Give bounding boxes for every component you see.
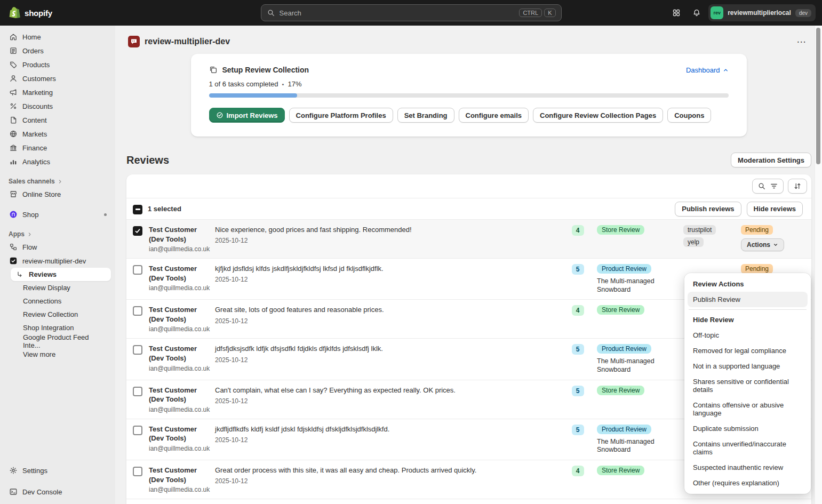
sidebar-subitem-reviews[interactable]: Reviews [11, 268, 111, 281]
menu-item-off-topic[interactable]: Off-topic [688, 327, 808, 343]
app-root: shopify Search CTRL K rev reviewmultipli… [0, 0, 822, 504]
sidebar-item-markets[interactable]: Markets [4, 127, 111, 141]
check-circle-icon [216, 111, 224, 119]
sidebar-main-nav: Home Orders Products Customers Marketing… [4, 30, 111, 169]
row-actions-button[interactable]: Actions [741, 238, 784, 251]
menu-item-removed-for-legal-compliance[interactable]: Removed for legal compliance [688, 343, 808, 358]
menu-item-contains-offensive-or-abusive-language[interactable]: Contains offensive or abusive language [688, 397, 808, 421]
finance-icon [9, 143, 18, 153]
setup-button-configure-platform-profiles[interactable]: Configure Platform Profiles [289, 108, 393, 123]
row-checkbox[interactable] [133, 345, 142, 355]
sort-icon [793, 182, 802, 190]
menu-item-contains-unverified-inaccurate-claims[interactable]: Contains unverified/inaccurate claims [688, 436, 808, 460]
sidebar-footer: Settings Dev Console [4, 463, 111, 499]
sidebar-subitem-shop-integration[interactable]: Shop Integration [19, 321, 111, 334]
sidebar-subitem-google-product-feed-inte[interactable]: Google Product Feed Inte... [19, 334, 111, 348]
review-search-field[interactable] [131, 179, 748, 193]
moderation-settings-button[interactable]: Moderation Settings [731, 153, 811, 167]
console-icon [9, 487, 18, 497]
row-checkbox[interactable] [133, 226, 142, 236]
review-date: 2025-10-12 [215, 317, 558, 325]
reviews-header: Reviews Moderation Settings [115, 137, 822, 174]
sidebar-item-dev-console[interactable]: Dev Console [4, 485, 111, 499]
menu-item-not-in-a-supported-language[interactable]: Not in a supported language [688, 358, 808, 374]
row-checkbox[interactable] [133, 426, 142, 435]
review-text: kjfjkd jdsfldsj klfds jskdlfjskldjfkldfs… [215, 264, 558, 274]
review-text: Can't complain, what else can I say? Eve… [215, 386, 558, 395]
setup-button-configure-emails[interactable]: Configure emails [459, 108, 529, 123]
sidebar-item-online-store[interactable]: Online Store [4, 187, 111, 201]
publish-reviews-button[interactable]: Publish reviews [675, 202, 741, 217]
sidebar-item-orders[interactable]: Orders [4, 44, 111, 58]
notification-dot [104, 213, 107, 216]
setup-button-coupons[interactable]: Coupons [667, 108, 711, 123]
apps-section[interactable]: Apps [4, 228, 111, 240]
sidebar-item-settings[interactable]: Settings [4, 463, 111, 477]
sidebar-item-analytics[interactable]: Analytics [4, 155, 111, 169]
apps-label: Apps [9, 230, 25, 238]
select-all-checkbox[interactable] [133, 205, 142, 214]
menu-item-duplicate-submission[interactable]: Duplicate submission [688, 421, 808, 436]
row-checkbox[interactable] [133, 265, 142, 275]
setup-button-set-branding[interactable]: Set Branding [397, 108, 454, 123]
sales-channels-section[interactable]: Sales channels [4, 175, 111, 187]
sidebar-subitem-review-display[interactable]: Review Display [19, 281, 111, 294]
sidebar-subitem-view-more[interactable]: View more [19, 348, 111, 361]
setup-button-configure-review-collection-pages[interactable]: Configure Review Collection Pages [533, 108, 663, 123]
admin-apps-grid-icon[interactable] [668, 4, 685, 21]
review-text: jkdfljdflkdfs kldfj ksldf jdskl fdjskldf… [215, 425, 558, 434]
check-icon [134, 228, 141, 234]
k-key: K [544, 9, 555, 17]
review-type-badge: Store Review [597, 225, 644, 235]
search-filter-button[interactable] [752, 179, 784, 194]
sidebar-item-shop[interactable]: Shop [4, 207, 111, 221]
elbow-arrow-icon [15, 270, 25, 279]
sidebar-item-label: Customers [22, 75, 56, 83]
row-checkbox[interactable] [133, 467, 142, 476]
shopify-logo[interactable]: shopify [0, 6, 61, 20]
store-avatar: rev [711, 6, 723, 19]
progress-percent: 17% [288, 80, 301, 88]
sidebar-item-marketing[interactable]: Marketing [4, 85, 111, 99]
store-menu[interactable]: rev reviewmultiplierlocal dev [708, 4, 816, 21]
menu-item-shares-sensitive-or-confidential-details[interactable]: Shares sensitive or confidential details [688, 374, 808, 397]
menu-item-other-requires-explanation[interactable]: Other (requires explanation) [688, 475, 808, 491]
menu-item-publish-review[interactable]: Publish Review [688, 292, 808, 307]
sidebar-item-flow[interactable]: Flow [4, 240, 111, 254]
sidebar-item-finance[interactable]: Finance [4, 141, 111, 155]
setup-button-import-reviews[interactable]: Import Reviews [209, 108, 285, 123]
sidebar-subitem-label: Shop Integration [23, 324, 74, 332]
global-search-input[interactable]: Search CTRL K [261, 4, 562, 21]
scrollbar-thumb[interactable] [816, 28, 820, 164]
sidebar-item-label: Finance [22, 144, 47, 152]
keyboard-shortcut: CTRL K [519, 9, 555, 17]
sidebar-item-content[interactable]: Content [4, 113, 111, 127]
dashboard-link[interactable]: Dashboard [686, 66, 729, 74]
sidebar-item-home[interactable]: Home [4, 30, 111, 44]
sidebar-subitem-review-collection[interactable]: Review Collection [19, 308, 111, 321]
rating-badge: 4 [572, 305, 584, 316]
customer-name: Test Customer (Dev Tools) [149, 225, 209, 244]
selected-count: 1 selected [148, 205, 181, 213]
sidebar-item-products[interactable]: Products [4, 58, 111, 71]
sidebar-item-customers[interactable]: Customers [4, 71, 111, 85]
sidebar-subitem-connections[interactable]: Connections [19, 294, 111, 308]
menu-item-suspected-inauthentic-review[interactable]: Suspected inauthentic review [688, 460, 808, 475]
sidebar-item-discounts[interactable]: Discounts [4, 99, 111, 113]
sort-button[interactable] [788, 179, 807, 194]
sidebar-item-review-multiplier-dev[interactable]: review-multiplier-dev [4, 254, 111, 268]
review-date: 2025-10-12 [215, 356, 558, 364]
notifications-bell-icon[interactable] [688, 4, 705, 21]
row-checkbox[interactable] [133, 387, 142, 396]
menu-hide-title: Hide Review [688, 312, 808, 327]
review-row[interactable]: Test Customer (Dev Tools) ian@quillmedia… [126, 220, 811, 259]
review-type-badge: Product Review [597, 264, 651, 274]
row-checkbox[interactable] [133, 306, 142, 316]
review-row[interactable]: Test Customer (Dev Tools) ian@quillmedia… [126, 499, 811, 504]
review-text: Great site, lots of good features and re… [215, 305, 558, 315]
ctrl-key: CTRL [519, 9, 542, 17]
page-more-actions-button[interactable]: ⋯ [793, 35, 809, 49]
hide-reviews-button[interactable]: Hide reviews [747, 202, 803, 217]
shop-nav: Shop [4, 207, 111, 221]
sidebar-item-label: Markets [22, 130, 47, 138]
